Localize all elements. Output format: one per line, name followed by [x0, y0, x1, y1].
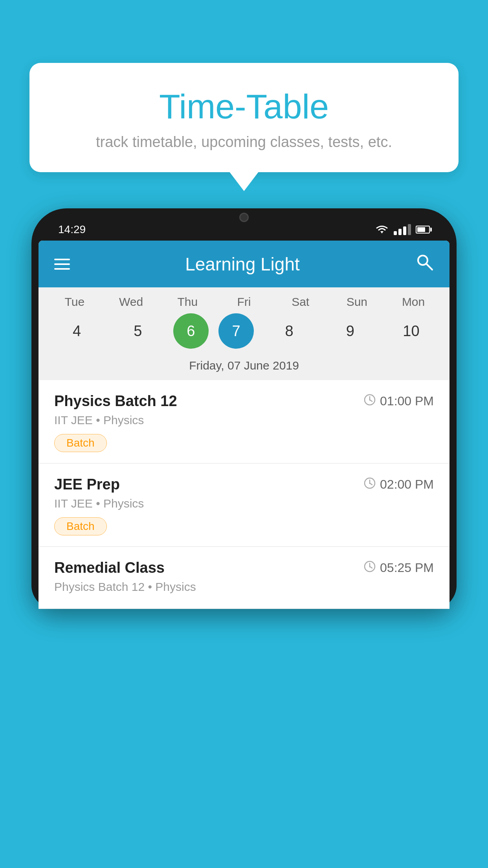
hamburger-line — [54, 268, 70, 270]
phone-mockup: 14:29 — [31, 208, 457, 868]
day-8[interactable]: 8 — [264, 313, 315, 349]
schedule-item-physics-batch[interactable]: Physics Batch 12 01:00 PM — [39, 380, 449, 463]
card-subtitle: track timetable, upcoming classes, tests… — [53, 134, 435, 151]
schedule-item-title: Physics Batch 12 — [54, 393, 177, 410]
schedule-item-subtitle: IIT JEE • Physics — [54, 497, 434, 510]
batch-tag: Batch — [54, 434, 107, 452]
day-7-selected[interactable]: 7 — [218, 313, 254, 349]
speech-bubble-card: Time-Table track timetable, upcoming cla… — [29, 63, 459, 172]
svg-line-8 — [370, 483, 372, 485]
day-headers: Tue Wed Thu Fri Sat Sun Mon — [39, 295, 449, 313]
day-header-wed: Wed — [106, 295, 157, 309]
status-bar: 14:29 — [39, 215, 449, 236]
batch-tag: Batch — [54, 517, 107, 535]
schedule-item-header: JEE Prep 02:00 PM — [54, 476, 434, 493]
day-9[interactable]: 9 — [325, 313, 376, 349]
day-header-tue: Tue — [49, 295, 100, 309]
camera — [239, 213, 249, 222]
clock-icon — [363, 477, 376, 492]
day-header-sat: Sat — [275, 295, 326, 309]
search-icon[interactable] — [415, 252, 434, 276]
day-6-today[interactable]: 6 — [173, 313, 209, 349]
app-bar: Learning Light — [39, 241, 449, 287]
day-5[interactable]: 5 — [112, 313, 163, 349]
phone-outer-frame: 14:29 — [31, 208, 457, 609]
hamburger-line — [54, 259, 70, 260]
day-header-fri: Fri — [218, 295, 270, 309]
card-title: Time-Table — [53, 86, 435, 127]
app-screen: Learning Light Tue Wed Thu Fri Sat Sun — [39, 241, 449, 609]
schedule-item-header: Physics Batch 12 01:00 PM — [54, 393, 434, 410]
wifi-icon — [375, 224, 389, 235]
svg-line-2 — [426, 264, 432, 270]
app-title: Learning Light — [185, 254, 300, 275]
day-header-thu: Thu — [162, 295, 213, 309]
schedule-item-header: Remedial Class 05:25 PM — [54, 559, 434, 576]
phone-notch — [220, 208, 268, 226]
speech-bubble-section: Time-Table track timetable, upcoming cla… — [29, 63, 459, 191]
day-10[interactable]: 10 — [385, 313, 437, 349]
calendar-strip: Tue Wed Thu Fri Sat Sun Mon 4 5 6 7 8 9 … — [39, 287, 449, 380]
schedule-list: Physics Batch 12 01:00 PM — [39, 380, 449, 609]
speech-bubble-arrow — [229, 171, 259, 191]
status-time: 14:29 — [58, 223, 86, 236]
schedule-item-time: 01:00 PM — [363, 394, 434, 409]
selected-date-label: Friday, 07 June 2019 — [39, 356, 449, 380]
day-header-sun: Sun — [331, 295, 382, 309]
hamburger-menu-icon[interactable] — [54, 259, 70, 270]
clock-icon — [363, 394, 376, 409]
schedule-item-title: Remedial Class — [54, 559, 165, 576]
battery-icon — [416, 226, 430, 234]
schedule-item-subtitle: IIT JEE • Physics — [54, 414, 434, 427]
schedule-item-time: 02:00 PM — [363, 477, 434, 492]
status-icons — [375, 224, 430, 235]
schedule-item-remedial[interactable]: Remedial Class 05:25 PM — [39, 547, 449, 609]
day-numbers: 4 5 6 7 8 9 10 — [39, 313, 449, 356]
hamburger-line — [54, 263, 70, 265]
day-header-mon: Mon — [388, 295, 439, 309]
schedule-item-time: 05:25 PM — [363, 560, 434, 576]
schedule-item-jee-prep[interactable]: JEE Prep 02:00 PM — [39, 463, 449, 547]
schedule-item-subtitle: Physics Batch 12 • Physics — [54, 580, 434, 594]
clock-icon — [363, 560, 376, 576]
svg-line-11 — [370, 566, 372, 568]
day-4[interactable]: 4 — [51, 313, 103, 349]
signal-icon — [394, 224, 411, 235]
svg-line-5 — [370, 400, 372, 401]
svg-marker-0 — [380, 231, 383, 234]
schedule-item-title: JEE Prep — [54, 476, 120, 493]
